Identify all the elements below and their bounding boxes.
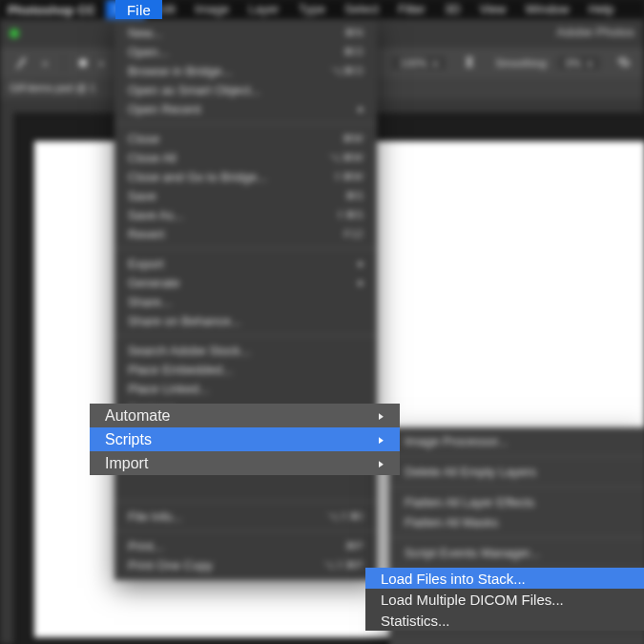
menu-item-place-embedded[interactable]: Place Embedded... bbox=[114, 360, 377, 379]
separator bbox=[389, 537, 644, 538]
flow-icon[interactable] bbox=[463, 55, 476, 71]
tab-label: GIFdemo.psd @ 1 bbox=[10, 82, 95, 93]
menu-item-close[interactable]: Close⌘W bbox=[114, 129, 377, 148]
submenu-flatten-masks[interactable]: Flatten All Masks bbox=[389, 512, 644, 532]
window-app-title: Adobe Photos bbox=[556, 25, 634, 39]
brush-dropdown[interactable] bbox=[96, 57, 104, 69]
menu-help[interactable]: Help bbox=[579, 0, 624, 19]
menu-item-new[interactable]: New...⌘N bbox=[114, 23, 377, 42]
file-menu: New...⌘N Open...⌘O Browse in Bridge...⌥⌘… bbox=[114, 19, 377, 580]
scripts-submenu-focus-group: Load Files into Stack... Load Multiple D… bbox=[365, 568, 644, 631]
smoothing-label: Smoothing: bbox=[495, 57, 549, 69]
zoom-value[interactable]: 100% bbox=[392, 56, 446, 70]
submenu-flatten-effects[interactable]: Flatten All Layer Effects bbox=[389, 492, 644, 512]
menu-item-import[interactable]: Import▶ bbox=[90, 451, 400, 475]
separator bbox=[114, 123, 377, 124]
divider bbox=[63, 53, 64, 73]
menu-item-open[interactable]: Open...⌘O bbox=[114, 42, 377, 61]
menu-item-open-smart[interactable]: Open as Smart Object... bbox=[114, 80, 377, 99]
separator bbox=[114, 335, 377, 336]
separator bbox=[114, 248, 377, 249]
submenu-load-files-stack[interactable]: Load Files into Stack... bbox=[365, 568, 644, 589]
separator bbox=[114, 501, 377, 502]
menu-item-browse-bridge[interactable]: Browse in Bridge...⌥⌘O bbox=[114, 61, 377, 80]
separator bbox=[389, 641, 644, 642]
menu-item-save-as[interactable]: Save As...⇧⌘S bbox=[114, 205, 377, 224]
menu-item-automate[interactable]: Automate▶ bbox=[90, 404, 400, 427]
menu-item-open-recent[interactable]: Open Recent bbox=[114, 99, 377, 118]
menu-item-export[interactable]: Export bbox=[114, 254, 377, 273]
menu-item-stock[interactable]: Search Adobe Stock... bbox=[114, 341, 377, 360]
menu-item-fileinfo[interactable]: File Info...⌥⇧⌘I bbox=[114, 507, 377, 526]
separator bbox=[389, 456, 644, 457]
file-menu-focus-group: Automate▶ Scripts▶ Import▶ bbox=[90, 404, 400, 475]
separator bbox=[114, 530, 377, 531]
menu-3d[interactable]: 3D bbox=[435, 0, 470, 19]
submenu-load-dicom[interactable]: Load Multiple DICOM Files... bbox=[365, 589, 644, 610]
submenu-delete-empty-layers[interactable]: Delete All Empty Layers bbox=[389, 462, 644, 482]
menu-item-generate[interactable]: Generate bbox=[114, 273, 377, 292]
menu-filter[interactable]: Filter bbox=[388, 0, 435, 19]
menu-item-save[interactable]: Save⌘S bbox=[114, 186, 377, 205]
menu-image[interactable]: Image bbox=[185, 0, 239, 19]
menu-item-close-all[interactable]: Close All⌥⌘W bbox=[114, 148, 377, 167]
gear-icon[interactable] bbox=[617, 55, 631, 71]
smoothing-value[interactable]: 0% bbox=[558, 56, 600, 70]
menu-layer[interactable]: Layer bbox=[239, 0, 289, 19]
menu-view[interactable]: View bbox=[470, 0, 516, 19]
submenu-script-events[interactable]: Script Events Manager... bbox=[389, 543, 644, 563]
menu-item-place-linked[interactable]: Place Linked... bbox=[114, 379, 377, 398]
menu-file-selected[interactable]: File bbox=[115, 0, 162, 19]
window-maximize-dot[interactable] bbox=[10, 29, 19, 38]
tool-dropdown[interactable] bbox=[40, 57, 48, 69]
ruler-vertical bbox=[0, 99, 13, 644]
separator bbox=[389, 487, 644, 488]
menu-item-revert[interactable]: RevertF12 bbox=[114, 224, 377, 243]
menu-select[interactable]: Select bbox=[335, 0, 388, 19]
tool-icon[interactable] bbox=[13, 54, 31, 72]
menubar: Photoshop CC File Edit Image Layer Type … bbox=[0, 0, 644, 19]
submenu-image-processor[interactable]: Image Processor... bbox=[389, 431, 644, 451]
menu-item-behance[interactable]: Share on Behance... bbox=[114, 311, 377, 330]
menu-item-print[interactable]: Print...⌘P bbox=[114, 536, 377, 555]
menu-item-share[interactable]: Share... bbox=[114, 292, 377, 311]
app-name: Photoshop CC bbox=[8, 3, 96, 17]
submenu-statistics[interactable]: Statistics... bbox=[365, 610, 644, 631]
menu-item-scripts[interactable]: Scripts▶ bbox=[90, 427, 400, 451]
menu-item-close-bridge[interactable]: Close and Go to Bridge...⇧⌘W bbox=[114, 167, 377, 186]
menu-window[interactable]: Window bbox=[516, 0, 579, 19]
brush-preview[interactable] bbox=[79, 59, 87, 67]
menu-type[interactable]: Type bbox=[289, 0, 335, 19]
menu-item-print-one[interactable]: Print One Copy⌥⇧⌘P bbox=[114, 555, 377, 574]
